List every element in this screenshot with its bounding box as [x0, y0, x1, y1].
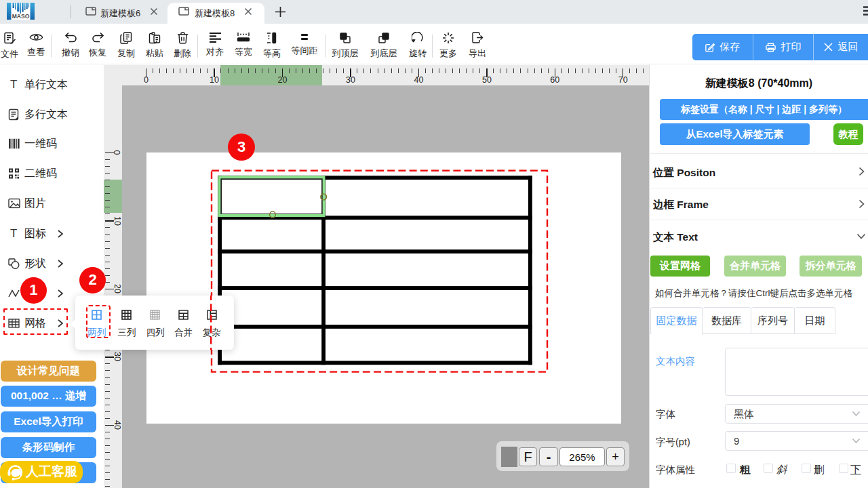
svg-text:MASO: MASO — [12, 13, 30, 20]
